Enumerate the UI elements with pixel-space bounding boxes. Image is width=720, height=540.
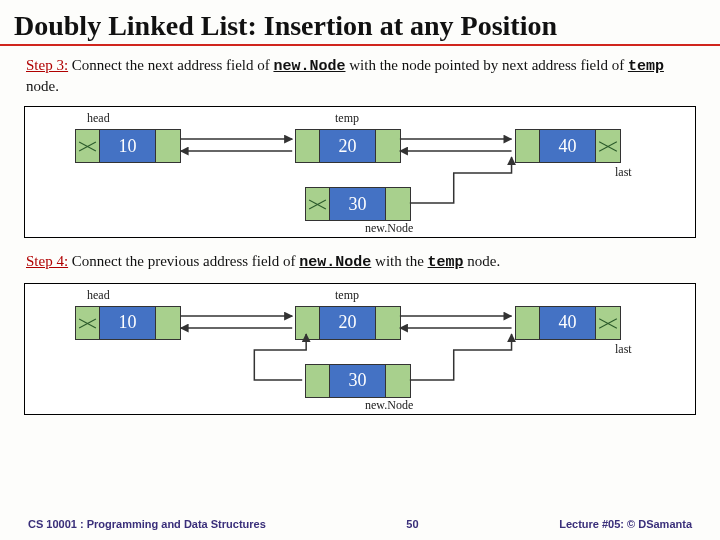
footer-right: Lecture #05: © DSamanta bbox=[559, 518, 692, 530]
label-last: last bbox=[615, 165, 632, 180]
slide-title: Doubly Linked List: Insertion at any Pos… bbox=[0, 0, 720, 46]
label-temp: temp bbox=[335, 111, 359, 126]
node-30: 30 bbox=[305, 364, 411, 398]
footer-left: CS 10001 : Programming and Data Structur… bbox=[28, 518, 266, 530]
node-value: 20 bbox=[320, 130, 376, 162]
node-value: 20 bbox=[320, 307, 376, 339]
label-temp: temp bbox=[335, 288, 359, 303]
label-last: last bbox=[615, 342, 632, 357]
prev-ptr-icon bbox=[296, 307, 320, 339]
prev-ptr-icon bbox=[296, 130, 320, 162]
prev-null-icon bbox=[306, 188, 330, 220]
keyword-temp: temp bbox=[628, 58, 664, 75]
node-value: 10 bbox=[100, 130, 156, 162]
prev-ptr-icon bbox=[516, 307, 540, 339]
node-value: 40 bbox=[540, 307, 596, 339]
next-ptr-icon bbox=[386, 188, 410, 220]
label-head: head bbox=[87, 288, 110, 303]
prev-ptr-icon bbox=[516, 130, 540, 162]
node-10: 10 bbox=[75, 129, 181, 163]
next-ptr-icon bbox=[156, 307, 180, 339]
node-20: 20 bbox=[295, 129, 401, 163]
prev-ptr-icon bbox=[306, 365, 330, 397]
step-3-label: Step 3: bbox=[26, 57, 68, 73]
prev-null-icon bbox=[76, 130, 100, 162]
next-ptr-icon bbox=[376, 130, 400, 162]
label-newnode: new.Node bbox=[365, 221, 413, 236]
node-10: 10 bbox=[75, 306, 181, 340]
node-value: 10 bbox=[100, 307, 156, 339]
label-newnode: new.Node bbox=[365, 398, 413, 413]
node-value: 30 bbox=[330, 188, 386, 220]
next-ptr-icon bbox=[376, 307, 400, 339]
keyword-newnode: new.Node bbox=[273, 58, 345, 75]
keyword-temp: temp bbox=[428, 254, 464, 271]
step-3-text: Step 3: Connect the next address field o… bbox=[0, 56, 720, 96]
diagram-step4: head temp last new.Node 10 20 40 30 bbox=[24, 283, 696, 415]
node-value: 30 bbox=[330, 365, 386, 397]
prev-null-icon bbox=[76, 307, 100, 339]
node-value: 40 bbox=[540, 130, 596, 162]
next-null-icon bbox=[596, 130, 620, 162]
node-40: 40 bbox=[515, 129, 621, 163]
step-4-label: Step 4: bbox=[26, 253, 68, 269]
step-4-text: Step 4: Connect the previous address fie… bbox=[0, 252, 720, 273]
footer-page-number: 50 bbox=[406, 518, 418, 530]
next-ptr-icon bbox=[156, 130, 180, 162]
node-30: 30 bbox=[305, 187, 411, 221]
next-null-icon bbox=[596, 307, 620, 339]
diagram-step3: head temp last new.Node 10 20 40 30 bbox=[24, 106, 696, 238]
node-40: 40 bbox=[515, 306, 621, 340]
next-ptr-icon bbox=[386, 365, 410, 397]
slide-footer: CS 10001 : Programming and Data Structur… bbox=[0, 518, 720, 530]
node-20: 20 bbox=[295, 306, 401, 340]
keyword-newnode: new.Node bbox=[299, 254, 371, 271]
label-head: head bbox=[87, 111, 110, 126]
